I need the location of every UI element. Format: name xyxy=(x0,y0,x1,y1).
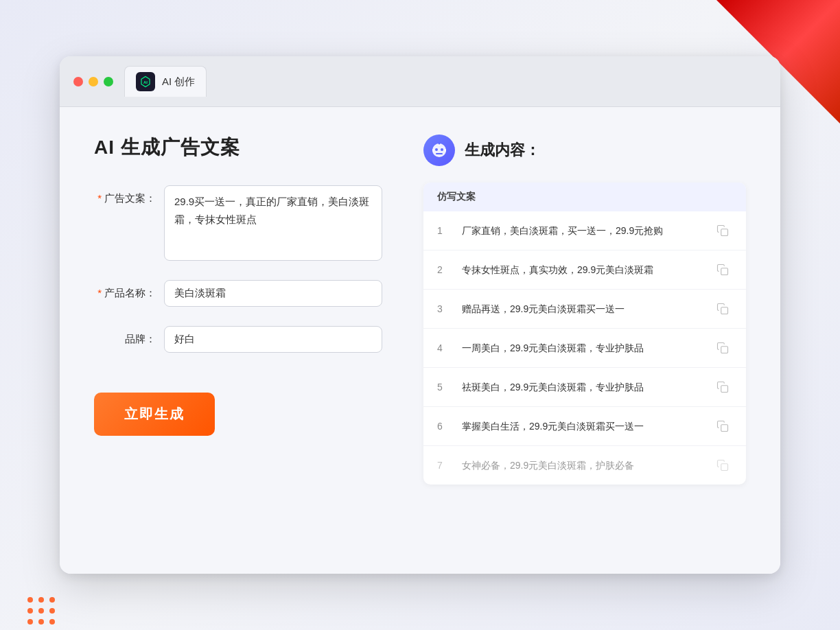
results-title: 生成内容： xyxy=(465,140,540,161)
right-panel: 生成内容： 仿写文案 1厂家直销，美白淡斑霜，买一送一，29.9元抢购 2专抹女… xyxy=(423,135,746,546)
results-table: 仿写文案 1厂家直销，美白淡斑霜，买一送一，29.9元抢购 2专抹女性斑点，真实… xyxy=(423,183,746,485)
copy-button[interactable] xyxy=(713,338,732,358)
table-header: 仿写文案 xyxy=(423,183,746,211)
brand-group: 品牌： xyxy=(94,326,382,353)
product-name-input[interactable] xyxy=(164,280,382,307)
row-text: 祛斑美白，29.9元美白淡斑霜，专业护肤品 xyxy=(462,380,702,395)
table-row: 7女神必备，29.9元美白淡斑霜，护肤必备 xyxy=(423,446,746,485)
brand-input[interactable] xyxy=(164,326,382,353)
page-title: AI 生成广告文案 xyxy=(94,135,382,161)
row-text: 一周美白，29.9元美白淡斑霜，专业护肤品 xyxy=(462,341,702,355)
minimize-button[interactable] xyxy=(89,77,98,86)
active-tab[interactable]: AI AI 创作 xyxy=(124,66,207,97)
title-bar: AI AI 创作 xyxy=(60,56,780,107)
copy-button[interactable] xyxy=(713,221,732,240)
product-name-group: *产品名称： xyxy=(94,280,382,307)
svg-rect-14 xyxy=(721,386,728,393)
table-row: 2专抹女性斑点，真实功效，29.9元美白淡斑霜 xyxy=(423,250,746,290)
svg-rect-10 xyxy=(721,229,728,236)
required-star-1: * xyxy=(97,192,102,204)
svg-text:AI: AI xyxy=(143,80,148,84)
svg-point-3 xyxy=(435,148,438,151)
svg-rect-9 xyxy=(445,149,446,152)
table-row: 5祛斑美白，29.9元美白淡斑霜，专业护肤品 xyxy=(423,368,746,407)
svg-rect-12 xyxy=(721,307,728,314)
copy-button[interactable] xyxy=(713,417,732,436)
close-button[interactable] xyxy=(73,77,83,86)
table-row: 6掌握美白生活，29.9元美白淡斑霜买一送一 xyxy=(423,407,746,446)
row-number: 1 xyxy=(437,225,451,236)
svg-rect-11 xyxy=(721,268,728,275)
required-star-2: * xyxy=(97,287,102,299)
row-text: 厂家直销，美白淡斑霜，买一送一，29.9元抢购 xyxy=(462,224,702,238)
svg-rect-15 xyxy=(721,425,728,432)
row-text: 女神必备，29.9元美白淡斑霜，护肤必备 xyxy=(462,458,702,473)
product-name-label: *产品名称： xyxy=(94,280,156,300)
row-number: 3 xyxy=(437,303,451,314)
copy-button[interactable] xyxy=(713,377,732,397)
browser-window: AI AI 创作 AI 生成广告文案 *广告文案： *产品名称： xyxy=(60,56,780,574)
row-text: 赠品再送，29.9元美白淡斑霜买一送一 xyxy=(462,302,702,316)
svg-rect-8 xyxy=(432,149,434,152)
svg-point-4 xyxy=(441,148,443,151)
copy-button[interactable] xyxy=(713,456,732,475)
ad-copy-label: *广告文案： xyxy=(94,185,156,205)
ad-copy-input[interactable] xyxy=(164,185,382,261)
generate-button[interactable]: 立即生成 xyxy=(94,393,215,436)
robot-icon xyxy=(423,135,455,166)
row-number: 2 xyxy=(437,264,451,275)
copy-button[interactable] xyxy=(713,260,732,279)
results-header: 生成内容： xyxy=(423,135,746,166)
svg-rect-16 xyxy=(721,464,728,471)
brand-label: 品牌： xyxy=(94,326,156,346)
tab-title: AI 创作 xyxy=(162,75,195,89)
results-rows: 1厂家直销，美白淡斑霜，买一送一，29.9元抢购 2专抹女性斑点，真实功效，29… xyxy=(423,211,746,485)
main-content: AI 生成广告文案 *广告文案： *产品名称： 品牌： 立 xyxy=(60,107,780,574)
row-text: 掌握美白生活，29.9元美白淡斑霜买一送一 xyxy=(462,419,702,434)
svg-rect-13 xyxy=(721,347,728,353)
left-panel: AI 生成广告文案 *广告文案： *产品名称： 品牌： 立 xyxy=(94,135,382,546)
table-row: 3赠品再送，29.9元美白淡斑霜买一送一 xyxy=(423,290,746,329)
row-number: 5 xyxy=(437,382,451,393)
row-number: 7 xyxy=(437,460,451,471)
svg-point-7 xyxy=(439,143,441,145)
row-number: 4 xyxy=(437,342,451,353)
window-controls xyxy=(73,77,113,86)
row-number: 6 xyxy=(437,421,451,432)
tab-icon: AI xyxy=(136,72,155,91)
copy-button[interactable] xyxy=(713,299,732,318)
dot-decoration xyxy=(27,597,33,603)
ad-copy-group: *广告文案： xyxy=(94,185,382,261)
table-row: 1厂家直销，美白淡斑霜，买一送一，29.9元抢购 xyxy=(423,211,746,250)
row-text: 专抹女性斑点，真实功效，29.9元美白淡斑霜 xyxy=(462,263,702,277)
svg-rect-5 xyxy=(436,153,443,154)
table-row: 4一周美白，29.9元美白淡斑霜，专业护肤品 xyxy=(423,329,746,368)
maximize-button[interactable] xyxy=(104,77,113,86)
